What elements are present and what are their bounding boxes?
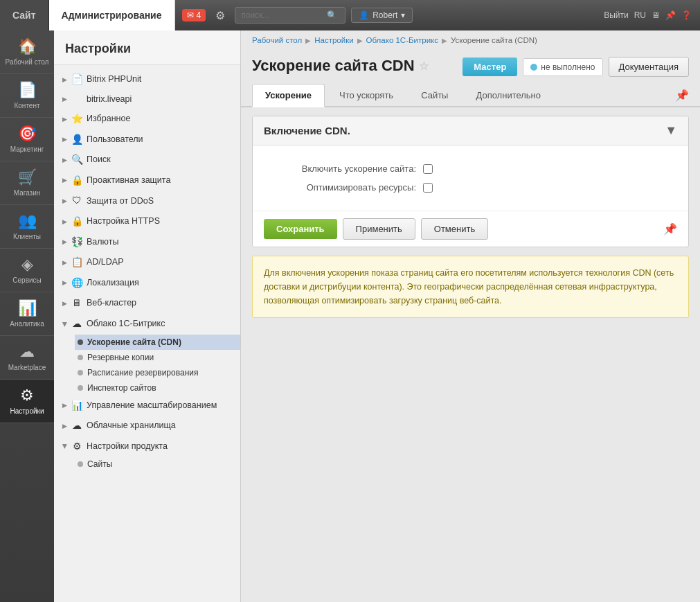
subitem-cdn[interactable]: Ускорение сайта (CDN)	[75, 335, 240, 350]
arrow-icon: ▶	[62, 197, 67, 206]
apply-button[interactable]: Применить	[343, 218, 415, 240]
nav-shop[interactable]: 🛒 Магазин	[0, 161, 54, 205]
tab-acceleration[interactable]: Ускорение	[252, 84, 325, 107]
subitem-backup[interactable]: Резервные копии	[75, 350, 240, 365]
arrow-icon: ▶	[62, 278, 67, 287]
breadcrumb-desktop[interactable]: Рабочий стол	[252, 36, 302, 44]
help-icon[interactable]: ❓	[681, 10, 692, 20]
content-area: Рабочий стол ▶ Настройки ▶ Облако 1С-Бит…	[241, 30, 700, 602]
nav-services[interactable]: ◈ Сервисы	[0, 249, 54, 292]
phpunit-icon: 📄	[71, 73, 83, 87]
nav-content[interactable]: 📄 Контент	[0, 74, 54, 118]
sidebar-item-webcluster[interactable]: ▶ 🖥 Веб-кластер	[54, 293, 240, 314]
settings-icon[interactable]: ⚙	[211, 6, 229, 25]
scaling-label: Управление масштабированием	[87, 400, 235, 412]
topbar: Сайт Администрирование ✉ 4 ⚙ 🔍 👤 Robert …	[0, 0, 700, 30]
bullet-icon	[78, 370, 83, 375]
logout-btn[interactable]: Выйти	[604, 10, 629, 20]
docs-button[interactable]: Документация	[609, 57, 690, 77]
sidebar-item-localization[interactable]: ▶ 🌐 Локализация	[54, 273, 240, 294]
enable-row: Включить ускорение сайта:	[264, 159, 677, 178]
search-box: 🔍	[235, 7, 345, 24]
sidebar-item-product-settings[interactable]: ▶ ⚙ Настройки продукта Сайты	[54, 436, 240, 472]
master-button[interactable]: Мастер	[463, 57, 517, 76]
nav-clients[interactable]: 👥 Клиенты	[0, 205, 54, 249]
cdn-label: Ускорение сайта (CDN)	[87, 337, 181, 347]
marketing-icon: 🎯	[18, 125, 37, 143]
arrow-icon: ▶	[62, 135, 67, 144]
sidebar-item-phpunit[interactable]: ▶ 📄 Bitrix PHPUnit	[54, 69, 240, 90]
https-icon: 🔒	[71, 215, 83, 229]
cdn-panel: Включение CDN. ▼ Включить ускорение сайт…	[252, 116, 689, 247]
sidebar-item-cloud[interactable]: ▶ ☁ Облако 1С-Битрикс Ускорение сайта (C…	[54, 314, 240, 396]
pin-icon[interactable]: 📌	[665, 10, 676, 20]
subitem-sites[interactable]: Сайты	[75, 457, 240, 472]
cloud-label: Облако 1С-Битрикс	[87, 318, 235, 330]
nav-marketplace[interactable]: ☁ Marketplace	[0, 336, 54, 380]
bullet-icon	[78, 339, 83, 345]
notification-badge[interactable]: ✉ 4	[182, 9, 206, 21]
adldap-icon: 📋	[71, 256, 83, 269]
subitem-schedule[interactable]: Расписание резервирования	[75, 365, 240, 380]
sidebar-item-https[interactable]: ▶ 🔒 Настройка HTTPS	[54, 211, 240, 232]
sidebar-item-adldap[interactable]: ▶ 📋 AD/LDAP	[54, 252, 240, 273]
nav-clients-label: Клиенты	[13, 233, 41, 241]
sidebar-item-cloud-storage[interactable]: ▶ ☁ Облачные хранилища	[54, 416, 240, 436]
tab-what-to-accelerate[interactable]: Что ускорять	[326, 84, 406, 106]
cancel-button[interactable]: Отменить	[421, 218, 488, 240]
monitor-icon[interactable]: 🖥	[652, 10, 660, 20]
adldap-label: AD/LDAP	[87, 256, 235, 269]
sidebar-item-liveapi[interactable]: ▶ bitrix.liveapi	[54, 90, 240, 109]
sidebar-item-proactive[interactable]: ▶ 🔒 Проактивная защита	[54, 170, 240, 191]
nav-settings[interactable]: ⚙ Настройки	[0, 380, 54, 423]
chevron-down-icon: ▾	[401, 10, 405, 20]
subitem-inspector[interactable]: Инспектор сайтов	[75, 380, 240, 396]
lang-selector[interactable]: RU	[634, 10, 646, 20]
nav-shop-label: Магазин	[14, 189, 41, 197]
cloud-storage-icon: ☁	[71, 419, 83, 433]
user-menu[interactable]: 👤 Robert ▾	[351, 8, 413, 23]
collapse-icon[interactable]: ▼	[665, 123, 677, 138]
message-icon: ✉	[187, 10, 194, 20]
tabs-pin-icon[interactable]: 📌	[675, 89, 689, 102]
breadcrumb-sep: ▶	[442, 37, 447, 44]
bullet-icon	[78, 385, 83, 391]
sidebar-item-search[interactable]: ▶ 🔍 Поиск	[54, 150, 240, 170]
services-icon: ◈	[21, 256, 33, 274]
save-button[interactable]: Сохранить	[264, 219, 337, 239]
sidebar-item-users[interactable]: ▶ 👤 Пользователи	[54, 130, 240, 150]
cloud-storage-label: Облачные хранилища	[87, 420, 235, 432]
nav-analytics[interactable]: 📊 Аналитика	[0, 292, 54, 336]
nav-marketing[interactable]: 🎯 Маркетинг	[0, 118, 54, 161]
topbar-right: Выйти RU 🖥 📌 ❓	[604, 10, 700, 20]
breadcrumb-cloud[interactable]: Облако 1С-Битрикс	[366, 36, 438, 44]
actions-pin-icon[interactable]: 📌	[663, 222, 677, 236]
arrow-icon: ▶	[62, 299, 67, 308]
tab-sites[interactable]: Сайты	[408, 84, 461, 106]
favorite-star-icon[interactable]: ☆	[419, 60, 429, 73]
sidebar-item-ddos[interactable]: ▶ 🛡 Защита от DDoS	[54, 191, 240, 211]
tab-additional[interactable]: Дополнительно	[463, 84, 554, 106]
site-tab[interactable]: Сайт	[0, 0, 49, 30]
ddos-label: Защита от DDoS	[87, 195, 235, 208]
nav-marketing-label: Маркетинг	[10, 145, 44, 154]
arrow-expanded-icon: ▶	[60, 444, 69, 449]
search-input[interactable]	[241, 10, 324, 20]
enable-checkbox[interactable]	[423, 164, 433, 174]
optimize-checkbox[interactable]	[423, 183, 433, 193]
section-header[interactable]: Включение CDN. ▼	[253, 116, 688, 145]
page-header: Ускорение сайта CDN ☆ Мастер не выполнен…	[241, 50, 700, 84]
sites-label: Сайты	[87, 459, 112, 469]
sidebar-item-currencies[interactable]: ▶ 💱 Валюты	[54, 232, 240, 253]
breadcrumb-settings[interactable]: Настройки	[314, 36, 353, 44]
admin-tab[interactable]: Администрирование	[49, 0, 175, 30]
breadcrumb-current: Ускорение сайта (CDN)	[451, 36, 537, 44]
sidebar-item-favorites[interactable]: ▶ ⭐ Избранное	[54, 109, 240, 130]
nav-content-label: Контент	[14, 102, 39, 110]
proactive-icon: 🔒	[71, 174, 83, 188]
search-sidebar-label: Поиск	[87, 154, 235, 166]
nav-desktop[interactable]: 🏠 Рабочий стол	[0, 30, 54, 74]
sidebar-item-scaling[interactable]: ▶ 📊 Управление масштабированием	[54, 396, 240, 416]
favorites-icon: ⭐	[71, 112, 83, 126]
enable-label: Включить ускорение сайта:	[264, 163, 416, 174]
